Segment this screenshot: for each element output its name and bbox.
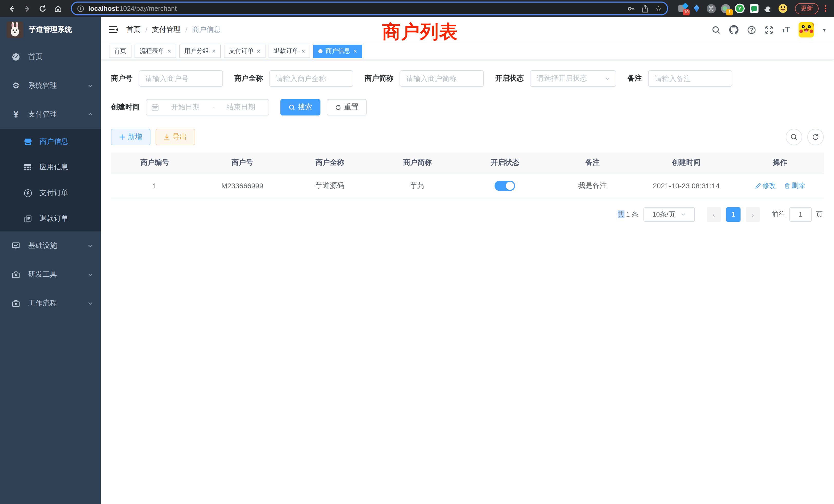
filter-form: 商户号 商户全称 商户简称 开启状态 请选择开启状态 [111,70,824,128]
extension-chat-icon[interactable] [749,4,759,13]
search-button[interactable]: 搜索 [280,99,321,115]
breadcrumb-home[interactable]: 首页 [126,25,141,35]
close-icon[interactable]: × [212,48,216,54]
add-button[interactable]: 新增 [111,129,151,145]
search-icon[interactable] [711,25,720,34]
extension-y-icon[interactable]: Y [735,4,745,13]
merchant-short-name-input[interactable] [399,70,484,87]
password-key-icon[interactable] [627,4,635,13]
share-icon[interactable] [641,4,649,13]
close-icon[interactable]: × [353,48,357,54]
show-search-button[interactable] [786,129,802,145]
sidebar-item-infrastructure[interactable]: 基础设施 [0,231,101,260]
tab-label: 流程表单 [140,47,164,55]
sidebar-item-system[interactable]: ⚙ 系统管理 [0,71,101,100]
close-icon[interactable]: × [257,48,260,54]
reset-button[interactable]: 重置 [327,99,367,115]
sidebar-item-pay-orders[interactable]: ¥ 支付订单 [0,180,101,206]
profile-avatar-icon[interactable] [778,4,788,13]
chevron-down-icon [87,272,93,278]
sidebar-item-home[interactable]: 首页 [0,43,101,71]
gear-icon: ⚙ [10,82,22,90]
cell-merchant-no: M233666999 [198,173,286,199]
chevron-down-icon [605,75,611,82]
merchant-full-name-input[interactable] [269,70,353,87]
tab-pay-orders[interactable]: 支付订单 × [224,44,265,58]
address-bar[interactable]: localhost:1024/pay/merchant ☆ [71,2,668,16]
sidebar-item-dev-tools[interactable]: 研发工具 [0,260,101,289]
merchant-no-input[interactable] [139,70,223,87]
tab-home[interactable]: 首页 [109,44,131,58]
page-title-annotation: 商户列表 [382,20,458,45]
tab-refund-orders[interactable]: 退款订单 × [269,44,310,58]
prev-page-button[interactable]: ‹ [707,207,721,222]
sidebar-item-app-info[interactable]: 应用信息 [0,155,101,180]
browser-update-button[interactable]: 更新 [795,3,818,14]
url-text: localhost:1024/pay/merchant [88,5,177,12]
status-toggle[interactable] [495,181,515,191]
browser-back-button[interactable] [5,2,19,15]
col-header: 商户简称 [374,153,461,173]
extension-kite-icon[interactable] [692,4,702,13]
tab-process-form[interactable]: 流程表单 × [135,44,176,58]
page-size-select[interactable]: 10条/页 [643,207,695,222]
extension-recorder-icon[interactable]: 1 [721,4,730,13]
sidebar-item-payment[interactable]: ¥ 支付管理 [0,100,101,129]
tab-label: 支付订单 [229,47,254,55]
table-toolbar: 新增 导出 [111,129,824,145]
range-separator: - [212,103,214,111]
browser-reload-button[interactable] [36,2,49,15]
caret-down-icon[interactable]: ▾ [823,26,826,33]
extension-command-icon[interactable]: ⌘ [706,4,716,13]
plus-icon [119,134,125,140]
close-icon[interactable]: × [302,48,305,54]
sidebar-item-label: 应用信息 [40,163,68,172]
next-page-button[interactable]: › [746,207,760,222]
browser-chrome: localhost:1024/pay/merchant ☆ 10 ⌘ 1 Y [0,0,834,17]
select-placeholder: 请选择开启状态 [537,74,605,83]
font-size-icon[interactable]: TT [782,26,790,34]
field-label: 备注 [628,74,642,83]
url-path: :1024/pay/merchant [117,5,177,12]
browser-menu-icon[interactable] [822,4,829,13]
extension-tampermonkey-icon[interactable]: 10 [677,4,687,13]
tab-merchant-info[interactable]: 商户信息 × [313,44,362,58]
browser-home-button[interactable] [51,2,65,15]
url-host: localhost [88,5,117,12]
status-select[interactable]: 请选择开启状态 [530,70,616,87]
sidebar-item-label: 基础设施 [28,241,57,250]
site-info-icon[interactable] [77,5,84,12]
sidebar-item-label: 支付订单 [40,188,68,198]
refresh-table-button[interactable] [807,129,824,145]
create-time-range-picker[interactable]: 开始日期 - 结束日期 [146,99,269,115]
col-header: 备注 [549,153,636,173]
bookmark-star-icon[interactable]: ☆ [655,5,662,12]
col-header: 开启状态 [461,153,549,173]
close-icon[interactable]: × [168,48,171,54]
toolbox-icon [10,271,22,278]
breadcrumb-payment[interactable]: 支付管理 [152,25,181,35]
sidebar: 芋道管理系统 首页 ⚙ 系统管理 ¥ 支付管理 [0,17,101,504]
edit-link[interactable]: 修改 [755,181,776,190]
github-icon[interactable] [729,25,738,35]
help-icon[interactable] [747,25,756,34]
export-button[interactable]: 导出 [156,129,195,145]
extension-badge: 10 [683,9,690,16]
fullscreen-icon[interactable] [764,25,773,34]
sidebar-collapse-icon[interactable] [109,26,118,34]
tab-user-group[interactable]: 用户分组 × [179,44,221,58]
goto-page-input[interactable] [789,207,812,222]
breadcrumb-current: 商户信息 [192,25,221,35]
page-number-1[interactable]: 1 [726,207,741,222]
delete-link[interactable]: 删除 [784,181,805,190]
user-avatar[interactable] [799,22,814,38]
goto-suffix: 页 [816,210,823,219]
remark-input[interactable] [648,70,732,87]
app-logo[interactable]: 芋道管理系统 [0,17,101,43]
field-label: 商户全称 [234,74,263,83]
sidebar-item-merchant-info[interactable]: 商户信息 [0,129,101,155]
browser-forward-button[interactable] [21,2,34,15]
sidebar-item-refund-orders[interactable]: 退款订单 [0,206,101,231]
sidebar-item-workflow[interactable]: 工作流程 [0,289,101,318]
extensions-puzzle-icon[interactable] [764,4,773,13]
